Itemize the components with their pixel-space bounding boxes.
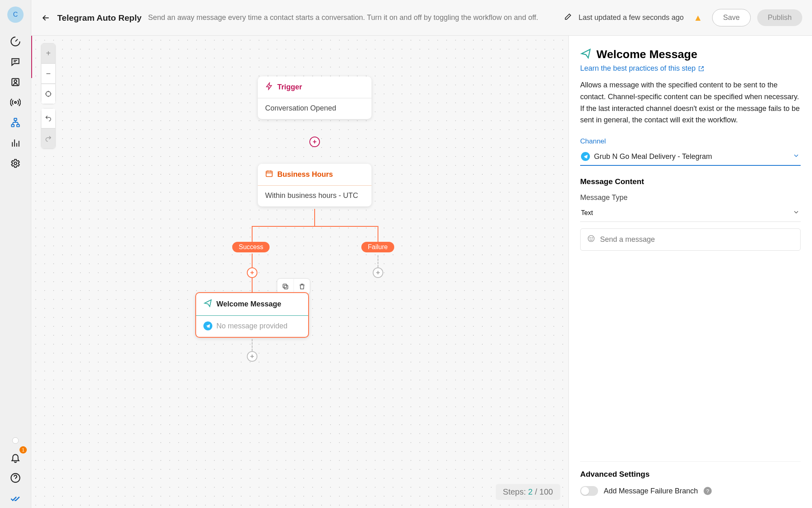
hours-body: Within business hours - UTC bbox=[258, 186, 371, 206]
workflow-description: Send an away message every time a contac… bbox=[148, 13, 538, 22]
hours-title: Business Hours bbox=[277, 170, 333, 179]
svg-point-8 bbox=[46, 91, 51, 96]
workflow-title: Telegram Auto Reply bbox=[57, 13, 142, 23]
dashboard-icon[interactable] bbox=[6, 32, 25, 51]
avatar[interactable]: C bbox=[7, 7, 24, 23]
advanced-settings-title: Advanced Settings bbox=[580, 470, 801, 479]
zoom-out-button[interactable]: − bbox=[41, 63, 56, 84]
branch-success-label: Success bbox=[232, 242, 270, 252]
step-config-panel: Welcome Message Learn the best practices… bbox=[568, 36, 812, 508]
save-button[interactable]: Save bbox=[712, 9, 751, 26]
undo-button[interactable] bbox=[41, 108, 56, 128]
workflow-canvas[interactable]: + − Trigger Conversation Opened bbox=[31, 36, 568, 508]
channel-label: Channel bbox=[580, 137, 801, 145]
svg-point-2 bbox=[15, 102, 16, 103]
message-type-value: Text bbox=[581, 209, 593, 217]
message-type-select[interactable]: Text bbox=[580, 205, 801, 222]
add-success-step-button[interactable]: + bbox=[247, 267, 257, 278]
settings-icon[interactable] bbox=[6, 154, 25, 173]
failure-branch-toggle[interactable] bbox=[580, 486, 598, 496]
message-input[interactable] bbox=[600, 235, 794, 244]
notifications-icon[interactable]: 1 bbox=[6, 448, 25, 467]
double-check-icon[interactable] bbox=[6, 488, 25, 508]
redo-button[interactable] bbox=[41, 128, 56, 149]
message-input-wrap bbox=[580, 228, 801, 251]
page-header: Telegram Auto Reply Send an away message… bbox=[31, 0, 812, 36]
broadcast-icon[interactable] bbox=[6, 93, 25, 112]
send-icon bbox=[203, 299, 212, 310]
welcome-body: No message provided bbox=[216, 322, 287, 330]
panel-title: Welcome Message bbox=[596, 48, 698, 61]
reports-icon[interactable] bbox=[6, 133, 25, 153]
publish-button[interactable]: Publish bbox=[757, 9, 802, 26]
add-next-step-button[interactable]: + bbox=[247, 351, 257, 362]
svg-point-12 bbox=[588, 236, 594, 242]
contacts-icon[interactable] bbox=[6, 72, 25, 92]
failure-branch-label: Add Message Failure Branch bbox=[604, 487, 698, 495]
trigger-node[interactable]: Trigger Conversation Opened bbox=[258, 76, 371, 119]
svg-rect-9 bbox=[266, 171, 272, 176]
trigger-icon bbox=[265, 82, 273, 92]
emoji-icon[interactable] bbox=[587, 234, 595, 245]
chevron-down-icon bbox=[793, 152, 800, 161]
connector bbox=[314, 209, 315, 226]
zoom-in-button[interactable]: + bbox=[41, 43, 56, 63]
svg-point-14 bbox=[592, 238, 593, 239]
connector bbox=[378, 255, 378, 267]
svg-rect-5 bbox=[17, 124, 19, 126]
welcome-message-node[interactable]: Welcome Message No message provided bbox=[195, 292, 309, 338]
svg-rect-3 bbox=[14, 118, 17, 120]
svg-point-13 bbox=[590, 238, 591, 239]
canvas-controls: + − bbox=[41, 43, 56, 153]
chevron-down-icon bbox=[793, 208, 800, 217]
learn-more-link[interactable]: Learn the best practices of this step bbox=[580, 64, 801, 73]
app-sidebar: C 1 bbox=[0, 0, 31, 508]
add-failure-step-button[interactable]: + bbox=[373, 267, 383, 278]
svg-point-6 bbox=[14, 162, 17, 165]
trigger-body: Conversation Opened bbox=[258, 98, 371, 119]
help-tooltip-icon[interactable]: ? bbox=[704, 487, 712, 495]
business-hours-node[interactable]: Business Hours Within business hours - U… bbox=[258, 164, 371, 206]
svg-point-1 bbox=[14, 80, 17, 83]
branch-failure-label: Failure bbox=[361, 242, 394, 252]
last-updated-text: Last updated a few seconds ago bbox=[579, 13, 684, 22]
telegram-icon bbox=[581, 152, 590, 161]
svg-rect-11 bbox=[283, 284, 287, 288]
calendar-icon bbox=[265, 169, 273, 180]
connector bbox=[31, 36, 32, 78]
workflows-icon[interactable] bbox=[6, 113, 25, 132]
status-indicator[interactable] bbox=[12, 437, 19, 444]
welcome-title: Welcome Message bbox=[216, 300, 281, 308]
channel-value: Grub N Go Meal Delivery - Telegram bbox=[594, 152, 788, 161]
notifications-badge: 1 bbox=[19, 446, 27, 454]
help-icon[interactable] bbox=[6, 468, 25, 488]
connector bbox=[252, 226, 378, 227]
channel-select[interactable]: Grub N Go Meal Delivery - Telegram bbox=[580, 149, 801, 166]
svg-rect-10 bbox=[284, 285, 288, 289]
send-icon bbox=[580, 48, 592, 61]
add-step-button[interactable]: + bbox=[309, 137, 320, 147]
panel-description: Allows a message with the specified cont… bbox=[580, 79, 801, 126]
connector bbox=[252, 339, 253, 351]
steps-counter: Steps: 2 / 100 bbox=[496, 484, 560, 500]
message-content-title: Message Content bbox=[580, 177, 801, 186]
fit-view-button[interactable] bbox=[41, 84, 56, 104]
back-button[interactable] bbox=[41, 13, 51, 23]
svg-rect-4 bbox=[11, 124, 14, 126]
messages-icon[interactable] bbox=[6, 52, 25, 72]
message-type-label: Message Type bbox=[580, 193, 801, 202]
warning-icon: ▲ bbox=[693, 13, 702, 23]
telegram-icon bbox=[203, 321, 212, 330]
trigger-title: Trigger bbox=[277, 83, 302, 91]
edit-icon[interactable] bbox=[564, 13, 572, 23]
